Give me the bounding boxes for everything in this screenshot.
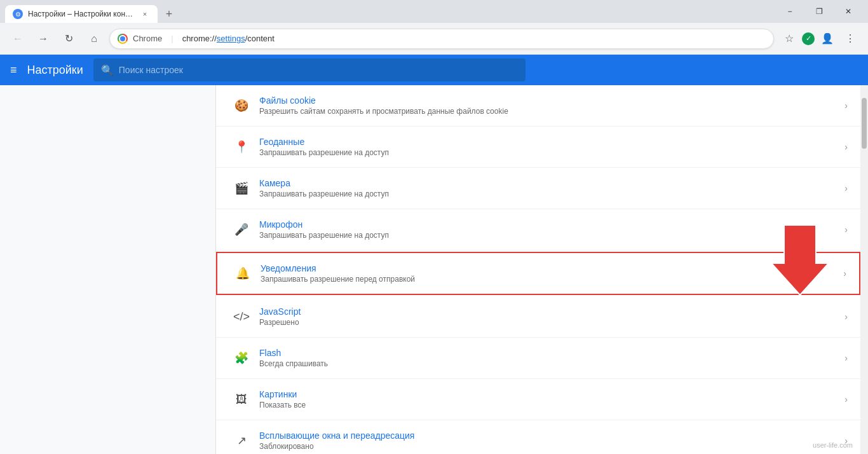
javascript-icon: </> (229, 310, 254, 324)
active-tab[interactable]: Настройки – Настройки конте... × (5, 5, 158, 23)
search-input[interactable] (119, 65, 518, 75)
flash-icon: 🧩 (229, 351, 254, 365)
scrollbar[interactable] (860, 85, 868, 454)
images-title: Картинки (259, 389, 839, 399)
flash-title: Flash (259, 348, 839, 358)
popups-title: Всплывающие окна и переадресация (259, 430, 839, 441)
address-bar: ← → ↻ ⌂ Chrome | chrome://settings/conte… (0, 23, 868, 55)
shield-icon: ✓ (802, 32, 815, 45)
settings-header: ≡ Настройки 🔍 (0, 55, 868, 85)
minimize-button[interactable]: − (775, 0, 804, 23)
notifications-title: Уведомления (261, 263, 838, 273)
images-icon: 🖼 (229, 393, 254, 406)
tab-title: Настройки – Настройки конте... (28, 10, 135, 18)
settings-page: ≡ Настройки 🔍 🍪Файлы cookieРазрешить сай… (0, 55, 868, 454)
sidebar (0, 85, 216, 454)
geodata-arrow: › (844, 142, 848, 152)
reload-button[interactable]: ↻ (58, 29, 79, 49)
javascript-title: JavaScript (259, 306, 839, 317)
close-button[interactable]: ✕ (834, 0, 863, 23)
forward-button[interactable]: → (33, 29, 53, 49)
javascript-text: JavaScriptРазрешено (254, 306, 844, 327)
window-controls: − ❐ ✕ (770, 0, 868, 23)
camera-title: Камера (259, 178, 839, 188)
javascript-arrow: › (844, 312, 848, 322)
scrollbar-thumb[interactable] (862, 98, 867, 149)
camera-text: КамераЗапрашивать разрешение на доступ (254, 178, 844, 198)
settings-list: 🍪Файлы cookieРазрешить сайтам сохранять … (216, 85, 860, 454)
url-bar[interactable]: Chrome | chrome://settings/content (109, 29, 774, 49)
settings-item-javascript[interactable]: </>JavaScriptРазрешено› (216, 296, 860, 338)
tab-strip: Настройки – Настройки конте... × + (5, 5, 868, 23)
new-tab-button[interactable]: + (160, 5, 178, 23)
camera-subtitle: Запрашивать разрешение на доступ (259, 189, 839, 198)
settings-title: Настройки (27, 64, 83, 77)
settings-item-camera[interactable]: 🎬КамераЗапрашивать разрешение на доступ› (216, 168, 860, 209)
microphone-icon: 🎤 (229, 223, 254, 237)
settings-item-notifications[interactable]: 🔔УведомленияЗапрашивать разрешение перед… (216, 252, 860, 295)
settings-item-flash[interactable]: 🧩FlashВсегда спрашивать› (216, 338, 860, 379)
search-icon: 🔍 (101, 64, 114, 76)
settings-item-microphone[interactable]: 🎤МикрофонЗапрашивать разрешение на досту… (216, 209, 860, 251)
notifications-text: УведомленияЗапрашивать разрешение перед … (255, 263, 843, 284)
javascript-subtitle: Разрешено (259, 318, 839, 327)
flash-arrow: › (844, 353, 848, 363)
toolbar-actions: ☆ ✓ 👤 ⋮ (779, 29, 860, 49)
microphone-text: МикрофонЗапрашивать разрешение на доступ (254, 219, 844, 240)
geodata-icon: 📍 (229, 140, 254, 154)
microphone-title: Микрофон (259, 219, 839, 230)
settings-item-images[interactable]: 🖼КартинкиПоказать все› (216, 379, 860, 420)
cookies-title: Файлы cookie (259, 95, 839, 106)
cookies-text: Файлы cookieРазрешить сайтам сохранять и… (254, 95, 844, 116)
notifications-icon: 🔔 (230, 266, 255, 280)
cookies-icon: 🍪 (229, 99, 254, 113)
microphone-subtitle: Запрашивать разрешение на доступ (259, 231, 839, 240)
notifications-subtitle: Запрашивать разрешение перед отправкой (261, 275, 838, 284)
watermark: user-life.com (813, 441, 853, 449)
settings-item-geodata[interactable]: 📍ГеоданныеЗапрашивать разрешение на дост… (216, 127, 860, 168)
camera-icon: 🎬 (229, 181, 254, 195)
bookmark-button[interactable]: ☆ (779, 29, 799, 49)
images-text: КартинкиПоказать все (254, 389, 844, 409)
images-arrow: › (844, 394, 848, 404)
hamburger-menu[interactable]: ≡ (10, 64, 17, 77)
geodata-text: ГеоданныеЗапрашивать разрешение на досту… (254, 137, 844, 157)
url-path: /content (245, 34, 275, 43)
url-scheme: chrome:// (182, 34, 217, 43)
popups-icon: ↗ (229, 434, 254, 448)
microphone-arrow: › (844, 224, 848, 235)
url-domain: settings (217, 34, 245, 43)
popups-text: Всплывающие окна и переадресацияЗаблокир… (254, 430, 844, 451)
profile-button[interactable]: 👤 (817, 29, 837, 49)
site-favicon (118, 34, 128, 44)
popups-subtitle: Заблокировано (259, 442, 839, 451)
home-button[interactable]: ⌂ (84, 29, 104, 49)
url-text: chrome://settings/content (182, 34, 275, 43)
menu-button[interactable]: ⋮ (840, 29, 860, 49)
images-subtitle: Показать все (259, 401, 839, 409)
search-box[interactable]: 🔍 (93, 58, 526, 81)
flash-subtitle: Всегда спрашивать (259, 359, 839, 368)
url-chrome-label: Chrome (133, 34, 162, 43)
tab-close-button[interactable]: × (140, 9, 150, 19)
geodata-subtitle: Запрашивать разрешение на доступ (259, 148, 839, 157)
back-button[interactable]: ← (8, 29, 28, 49)
maximize-button[interactable]: ❐ (804, 0, 834, 23)
notifications-arrow: › (843, 268, 846, 279)
main-content: 🍪Файлы cookieРазрешить сайтам сохранять … (216, 85, 860, 454)
settings-item-popups[interactable]: ↗Всплывающие окна и переадресацияЗаблоки… (216, 420, 860, 454)
url-separator: | (171, 34, 173, 43)
title-bar: Настройки – Настройки конте... × + − ❐ ✕ (0, 0, 868, 23)
tab-favicon (13, 9, 23, 19)
browser-frame: Настройки – Настройки конте... × + − ❐ ✕… (0, 0, 868, 454)
camera-arrow: › (844, 183, 848, 193)
cookies-arrow: › (844, 100, 848, 111)
geodata-title: Геоданные (259, 137, 839, 147)
cookies-subtitle: Разрешить сайтам сохранять и просматрива… (259, 107, 839, 116)
settings-item-cookies[interactable]: 🍪Файлы cookieРазрешить сайтам сохранять … (216, 85, 860, 127)
flash-text: FlashВсегда спрашивать (254, 348, 844, 368)
